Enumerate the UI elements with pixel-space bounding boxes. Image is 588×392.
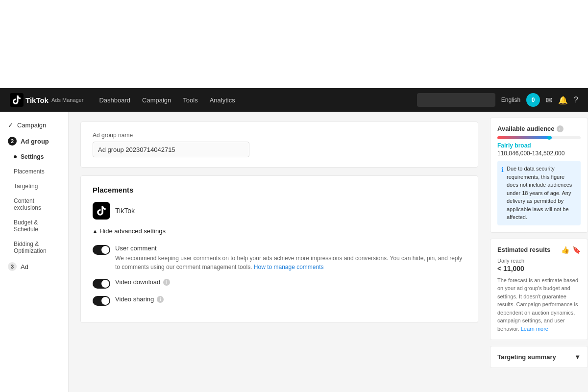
manage-comments-link[interactable]: How to manage comments [254,264,324,270]
brand-subtitle: Ads Manager [51,97,83,103]
sidebar-label-placements: Placements [14,168,45,175]
est-icons: 👍 🔖 [561,246,581,254]
toggle-video-sharing: Video sharing i [93,295,466,306]
sidebar-item-campaign[interactable]: ✓ Campaign [0,118,68,133]
video-sharing-label-row: Video sharing i [115,295,164,303]
chevron-down-icon: ▼ [574,353,581,361]
sidebar-label-budget-schedule: Budget & Schedule [14,219,60,233]
chevron-up-icon: ▲ [93,228,98,234]
thumbs-up-icon[interactable]: 👍 [561,246,569,254]
video-sharing-toggle[interactable] [93,296,110,306]
targeting-summary[interactable]: Targeting summary ▼ [490,346,588,368]
targeting-summary-title: Targeting summary [497,353,556,361]
help-icon[interactable]: ? [574,96,578,104]
dot-icon-settings [14,155,17,158]
sidebar-item-budget-schedule[interactable]: Budget & Schedule [0,215,68,237]
info-box-icon: ℹ [501,165,504,221]
tiktok-placement-icon [93,202,110,220]
sidebar-item-targeting[interactable]: Targeting [0,179,68,194]
sidebar-label-settings: Settings [21,153,44,160]
sidebar-item-bidding-optimization[interactable]: Bidding & Optimization [0,237,68,258]
sidebar-item-ad[interactable]: 3 Ad [0,258,68,275]
estimated-results-card: Estimated results 👍 🔖 Daily reach < 11,0… [490,239,588,341]
video-download-toggle[interactable] [93,279,110,289]
daily-reach-value: < 11,000 [497,265,581,272]
available-audience-title: Available audience i [497,125,581,132]
video-download-label: Video download [115,278,160,286]
navbar-right: English 0 ✉ 🔔 ? [417,93,578,107]
daily-reach-label: Daily reach [497,258,581,264]
step-circle-ad: 3 [8,262,17,271]
sidebar-item-placements[interactable]: Placements [0,164,68,179]
content-area: Ad group name Placements TikTok ▲ Hide a… [69,112,490,392]
step-circle-adgroup: 2 [8,137,17,146]
sidebar-label-adgroup: Ad group [21,138,49,145]
available-audience-info-icon[interactable]: i [557,125,564,132]
video-sharing-label: Video sharing [115,295,154,303]
placement-tiktok: TikTok [93,202,466,220]
est-results-header: Estimated results 👍 🔖 [497,246,581,254]
sidebar-label-targeting: Targeting [14,183,38,190]
user-comment-content: User comment We recommend keeping user c… [115,245,466,271]
user-comment-desc: We recommend keeping user comments on to… [115,254,466,271]
brand-logo: TikTok Ads Manager [10,93,83,107]
nav-campaign[interactable]: Campaign [142,97,171,104]
video-download-info-icon[interactable]: i [163,279,170,286]
sidebar-item-content-exclusions[interactable]: Content exclusions [0,194,68,215]
sidebar-item-adgroup[interactable]: 2 Ad group [0,133,68,149]
toggle-user-comment: User comment We recommend keeping user c… [93,245,466,271]
user-comment-toggle[interactable] [93,245,110,255]
bookmark-icon[interactable]: 🔖 [572,246,581,254]
main-layout: ✓ Campaign 2 Ad group Settings Placement… [0,112,588,392]
user-comment-label: User comment [115,245,466,252]
sidebar-label-ad: Ad [21,263,28,270]
adgroup-name-card: Ad group name [80,122,478,168]
nav-dashboard[interactable]: Dashboard [99,97,130,104]
language-selector[interactable]: English [501,97,520,103]
toggle-video-download: Video download i [93,278,466,289]
placements-card: Placements TikTok ▲ Hide advanced settin… [80,175,478,323]
navbar: TikTok Ads Manager Dashboard Campaign To… [0,88,588,112]
sidebar-label-content-exclusions: Content exclusions [14,197,60,211]
search-input[interactable] [417,93,495,107]
audience-indicator [547,136,551,140]
learn-more-link[interactable]: Learn more [521,326,548,332]
available-audience-card: Available audience i Fairly broad 110,04… [490,118,588,233]
audience-bar [497,136,581,139]
placements-title: Placements [93,186,466,194]
sidebar-label-bidding-optimization: Bidding & Optimization [14,241,60,254]
est-results-title: Estimated results [497,246,550,253]
video-sharing-info-icon[interactable]: i [157,296,164,303]
tiktok-logo-icon [10,93,24,107]
est-description: The forecast is an estimate based on you… [497,276,581,333]
sidebar-item-settings[interactable]: Settings [0,149,68,164]
video-download-label-row: Video download i [115,278,170,286]
nav-tools[interactable]: Tools [183,97,197,104]
adgroup-name-input[interactable] [93,142,249,157]
right-panel: Available audience i Fairly broad 110,04… [490,112,588,392]
bell-icon[interactable]: 🔔 [558,96,568,105]
top-spacer [0,0,588,88]
mail-icon[interactable]: ✉ [546,96,552,105]
audience-info-box: ℹ Due to data security requirements, thi… [497,161,581,225]
hide-advanced-label: Hide advanced settings [99,227,166,235]
brand-name: TikTok [25,96,49,104]
audience-count: 110,046,000-134,502,000 [497,150,581,157]
check-icon: ✓ [8,122,13,129]
adgroup-name-label: Ad group name [93,132,466,139]
audience-bar-fill [497,136,552,139]
sidebar-label-campaign: Campaign [17,122,46,129]
hide-advanced-settings[interactable]: ▲ Hide advanced settings [93,227,466,235]
audience-broadness-label: Fairly broad [497,142,581,149]
nav-links: Dashboard Campaign Tools Analytics [99,97,401,104]
avatar[interactable]: 0 [526,93,540,107]
placement-name-tiktok: TikTok [115,207,135,215]
sidebar: ✓ Campaign 2 Ad group Settings Placement… [0,112,69,392]
nav-analytics[interactable]: Analytics [210,97,235,104]
audience-info-text: Due to data security requirements, this … [507,165,577,221]
